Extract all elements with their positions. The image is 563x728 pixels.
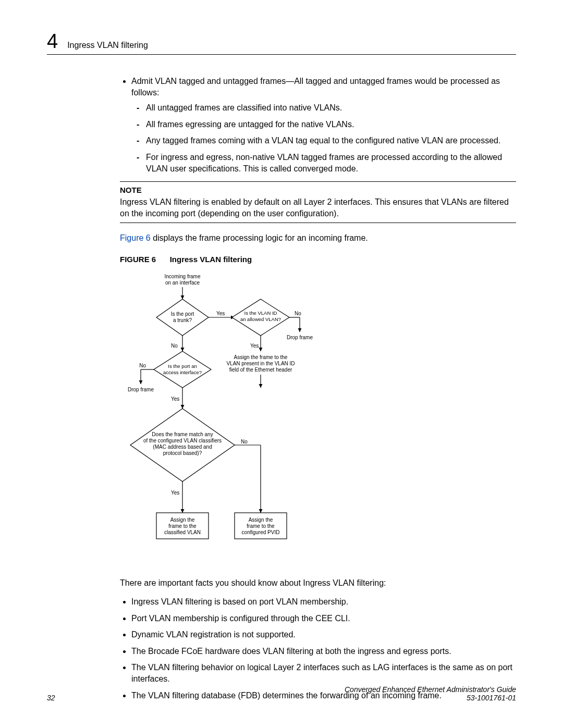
figure-label: FIGURE 6 xyxy=(120,255,156,264)
list-item: Ingress VLAN filtering is based on port … xyxy=(131,596,516,608)
svg-text:classified VLAN: classified VLAN xyxy=(164,529,201,535)
svg-text:(MAC address based and: (MAC address based and xyxy=(153,444,212,450)
dash-item: All frames egressing are untagged for th… xyxy=(146,119,516,130)
figure-ref-rest: displays the frame processing logic for … xyxy=(151,233,368,242)
svg-text:frame to the: frame to the xyxy=(168,523,197,529)
dash-item: Any tagged frames coming with a VLAN tag… xyxy=(146,135,516,146)
svg-text:Assign the frame to the: Assign the frame to the xyxy=(234,354,288,360)
section-title: Ingress VLAN filtering xyxy=(67,41,148,50)
footer-doc-info: Converged Enhanced Ethernet Administrato… xyxy=(345,685,516,702)
figure-caption: FIGURE 6 Ingress VLAN filtering xyxy=(120,254,516,265)
svg-text:No: No xyxy=(241,439,248,445)
svg-text:No: No xyxy=(171,343,178,349)
svg-text:No: No xyxy=(139,363,146,368)
figure-ref-paragraph: Figure 6 displays the frame processing l… xyxy=(120,232,516,244)
page-footer: 32 Converged Enhanced Ethernet Administr… xyxy=(47,685,516,702)
svg-text:Is the port an: Is the port an xyxy=(168,363,197,369)
svg-text:configured PVID: configured PVID xyxy=(242,529,280,535)
note-heading: NOTE xyxy=(120,185,516,195)
svg-text:field of the Ethernet header: field of the Ethernet header xyxy=(229,367,292,373)
svg-text:Is the port: Is the port xyxy=(171,311,194,317)
svg-text:protocol based)?: protocol based)? xyxy=(163,450,202,456)
svg-text:on an interface: on an interface xyxy=(165,280,200,286)
svg-text:Assign the: Assign the xyxy=(249,517,273,523)
page-header: 4 Ingress VLAN filtering xyxy=(47,31,516,55)
svg-text:Drop frame: Drop frame xyxy=(128,387,154,392)
list-item: Port VLAN membership is configured throu… xyxy=(131,613,516,624)
chapter-number: 4 xyxy=(47,31,58,51)
list-item: The Brocade FCoE hardware does VLAN filt… xyxy=(131,646,516,657)
page-number: 32 xyxy=(47,694,55,702)
svg-text:VLAN present in the VLAN ID: VLAN present in the VLAN ID xyxy=(226,361,295,366)
list-item: Admit VLAN tagged and untagged frames—Al… xyxy=(131,76,516,174)
svg-text:Yes: Yes xyxy=(171,490,179,496)
svg-text:access interface?: access interface? xyxy=(163,369,202,375)
svg-text:frame to the: frame to the xyxy=(247,523,275,529)
svg-text:Yes: Yes xyxy=(250,343,259,349)
footer-doc-id: 53-1001761-01 xyxy=(345,694,516,702)
list-item: Dynamic VLAN registration is not support… xyxy=(131,629,516,640)
svg-text:Does the frame match any: Does the frame match any xyxy=(152,431,213,437)
svg-text:Assign the: Assign the xyxy=(170,517,195,523)
bullet-intro: Admit VLAN tagged and untagged frames—Al… xyxy=(131,77,500,97)
svg-text:Yes: Yes xyxy=(171,396,179,402)
footer-doc-title: Converged Enhanced Ethernet Administrato… xyxy=(345,685,516,694)
note-body: Ingress VLAN filtering is enabled by def… xyxy=(120,196,516,219)
figure-link[interactable]: Figure 6 xyxy=(120,233,151,242)
svg-text:of the configured VLAN classif: of the configured VLAN classifiers xyxy=(143,438,222,443)
svg-text:Incoming frame: Incoming frame xyxy=(165,274,201,279)
note-block: NOTE Ingress VLAN filtering is enabled b… xyxy=(120,181,516,223)
svg-text:Is the VLAN ID: Is the VLAN ID xyxy=(244,310,277,316)
flowchart-diagram: Incoming frame on an interface Is the po… xyxy=(125,270,516,571)
dash-item: For ingress and egress, non-native VLAN … xyxy=(146,152,516,174)
svg-text:an allowed VLAN?: an allowed VLAN? xyxy=(240,316,281,322)
list-item: The VLAN filtering behavior on logical L… xyxy=(131,662,516,684)
svg-text:a trunk?: a trunk? xyxy=(173,317,192,323)
page-content: Admit VLAN tagged and untagged frames—Al… xyxy=(120,76,516,701)
svg-text:No: No xyxy=(295,311,301,316)
dash-item: All untagged frames are classified into … xyxy=(146,102,516,114)
figure-title: Ingress VLAN filtering xyxy=(170,255,252,264)
svg-text:Drop frame: Drop frame xyxy=(287,335,313,340)
svg-text:Yes: Yes xyxy=(216,311,225,316)
facts-intro: There are important facts you should kno… xyxy=(120,577,516,589)
